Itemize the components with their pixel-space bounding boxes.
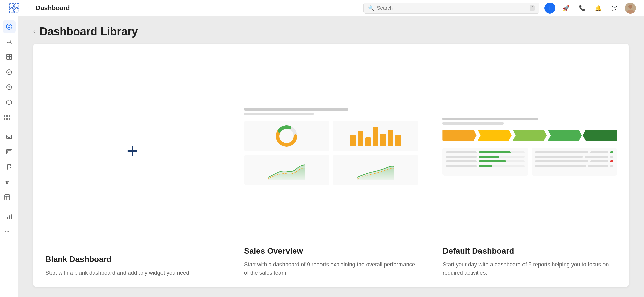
app-logo[interactable] (8, 2, 20, 14)
svg-rect-1 (15, 3, 19, 8)
sidebar: $ ⋮ (0, 16, 18, 297)
svg-rect-28 (7, 217, 8, 219)
default-card-desc: Start your day with a dashboard of 5 rep… (442, 260, 617, 277)
blank-card-desc: Start with a blank dashboard and add any… (45, 269, 220, 277)
topbar-actions: + 🚀 📞 🔔 💬 (544, 3, 636, 14)
bell-icon[interactable]: 🔔 (593, 3, 604, 14)
sidebar-item-finance[interactable]: $ (3, 81, 16, 94)
topbar-nav-arrow[interactable]: → (25, 5, 31, 11)
default-dashboard-card[interactable]: Default Dashboard Start your day with a … (430, 44, 629, 287)
content-area: ‹ Dashboard Library + Blank Dashboard St… (18, 16, 644, 297)
svg-point-5 (627, 10, 634, 14)
blank-card-preview: + (45, 56, 220, 246)
topbar: → Dashboard 🔍 / + 🚀 📞 🔔 💬 (0, 0, 644, 16)
add-button[interactable]: + (544, 3, 555, 14)
blank-card-title: Blank Dashboard (45, 255, 220, 264)
sidebar-item-flag[interactable] (3, 160, 16, 174)
main-layout: $ ⋮ (0, 16, 644, 297)
dashboard-cards: + Blank Dashboard Start with a blank das… (33, 44, 629, 287)
sidebar-item-analytics[interactable] (3, 210, 16, 223)
sidebar-divider-2 (4, 207, 14, 207)
sidebar-item-contacts[interactable] (3, 35, 16, 48)
sidebar-divider-1 (4, 127, 14, 127)
svg-point-32 (7, 231, 8, 232)
sales-card-preview (244, 56, 418, 237)
search-input[interactable] (377, 5, 527, 11)
sidebar-item-reports[interactable] (3, 50, 16, 63)
sidebar-item-dashboards[interactable]: ⋮ (3, 111, 16, 124)
svg-rect-3 (15, 9, 19, 13)
page-header: ‹ Dashboard Library (18, 16, 644, 44)
campaigns-dots[interactable]: ⋮ (10, 180, 14, 184)
default-card-title: Default Dashboard (442, 246, 617, 256)
sidebar-item-campaigns[interactable]: ⋮ (3, 176, 16, 189)
sales-card-title: Sales Overview (244, 246, 418, 256)
svg-point-4 (628, 5, 632, 9)
svg-rect-19 (5, 118, 7, 120)
sidebar-item-inbox[interactable] (3, 130, 16, 143)
rocket-icon[interactable]: 🚀 (560, 3, 572, 14)
svg-rect-10 (9, 54, 12, 57)
back-button[interactable]: ‹ (33, 28, 35, 36)
svg-rect-20 (8, 118, 10, 120)
sidebar-item-products[interactable] (3, 96, 16, 109)
svg-point-24 (6, 182, 8, 184)
svg-rect-9 (7, 54, 9, 57)
svg-rect-0 (9, 3, 14, 8)
svg-point-6 (6, 24, 12, 29)
phone-icon[interactable]: 📞 (577, 3, 588, 14)
sales-overview-card[interactable]: Sales Overview Start with a dashboard of… (232, 44, 431, 287)
page-title: Dashboard Library (39, 25, 138, 38)
sidebar-item-tasks[interactable] (3, 65, 16, 79)
default-card-preview (442, 56, 617, 237)
svg-rect-29 (9, 215, 10, 219)
avatar[interactable] (625, 3, 636, 14)
sidebar-item-flows[interactable]: ⋮ (3, 191, 16, 204)
svg-rect-2 (9, 9, 14, 13)
search-bar[interactable]: 🔍 / (363, 3, 539, 14)
sales-card-desc: Start with a dashboard of 9 reports expl… (244, 260, 418, 277)
chat-icon[interactable]: 💬 (609, 3, 620, 14)
svg-point-7 (8, 26, 10, 28)
svg-point-33 (8, 231, 9, 232)
svg-rect-11 (7, 57, 9, 59)
blank-dashboard-card[interactable]: + Blank Dashboard Start with a blank das… (33, 44, 232, 287)
flows-dots[interactable]: ⋮ (10, 195, 14, 199)
sidebar-item-home[interactable] (3, 20, 16, 33)
sidebar-item-more[interactable]: ⋮ (3, 225, 16, 238)
more-dots[interactable]: ⋮ (10, 230, 14, 234)
topbar-title: Dashboard (36, 4, 358, 12)
svg-rect-30 (11, 214, 12, 219)
dashboards-dots[interactable]: ⋮ (10, 115, 14, 119)
svg-marker-16 (7, 100, 12, 105)
svg-rect-12 (9, 57, 12, 59)
svg-rect-18 (8, 115, 10, 117)
search-slash: / (530, 5, 535, 11)
svg-rect-17 (5, 115, 7, 117)
svg-rect-23 (7, 151, 11, 153)
search-icon: 🔍 (368, 5, 374, 11)
svg-point-31 (5, 231, 6, 232)
svg-text:$: $ (8, 85, 10, 89)
svg-rect-25 (5, 195, 10, 200)
sidebar-item-mail[interactable] (3, 145, 16, 158)
plus-icon: + (127, 141, 138, 161)
